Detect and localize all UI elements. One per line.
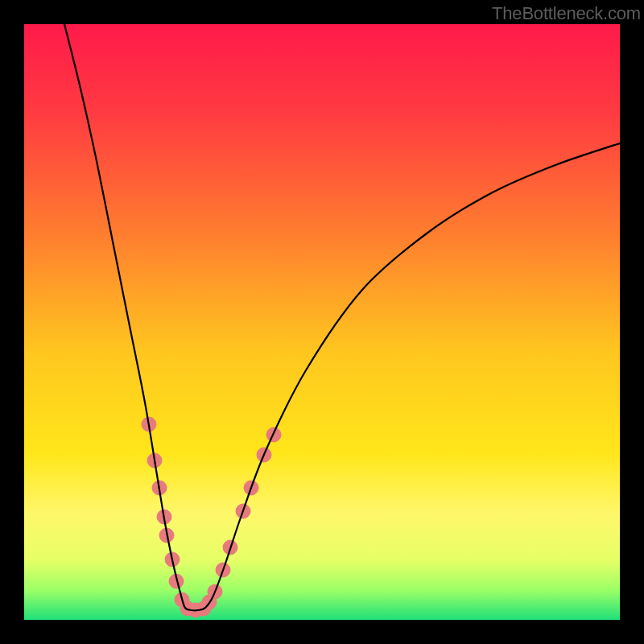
svg-rect-0 — [24, 24, 620, 620]
plot-area — [24, 24, 620, 620]
background-gradient — [24, 24, 620, 620]
chart-frame: TheBottleneck.com — [0, 0, 644, 644]
watermark-text: TheBottleneck.com — [492, 3, 641, 24]
